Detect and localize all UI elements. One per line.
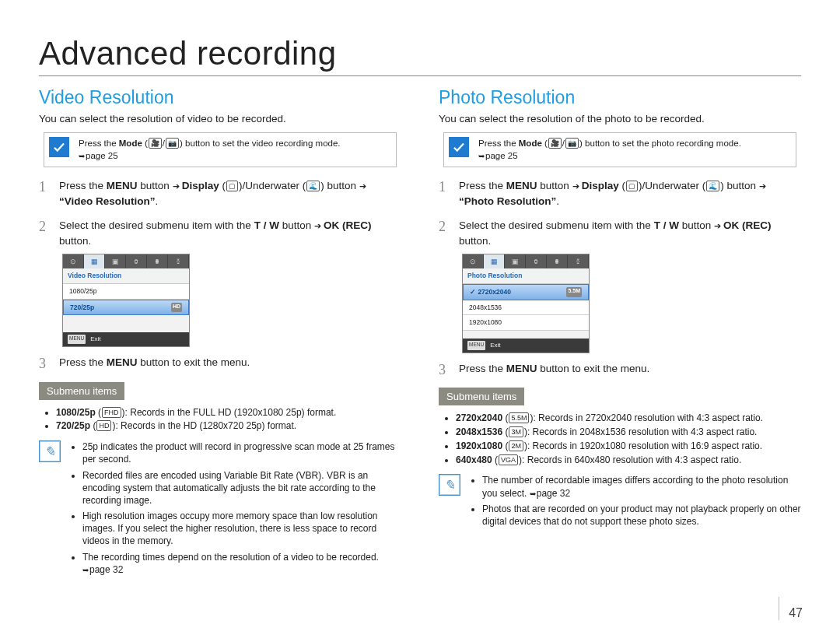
display-icon: ▢ <box>226 181 238 191</box>
page-ref: page 25 <box>478 151 518 160</box>
video-mode-icon: 🎥 <box>548 138 562 149</box>
step-3: Press the MENU button to exit the menu. <box>439 361 801 377</box>
step-2: Select the desired submenu item with the… <box>439 218 801 354</box>
submenu-item: 720/25p (HD): Records in the HD (1280x72… <box>56 419 401 433</box>
photo-submenu-items: 2720x2040 (5.5M): Records in 2720x2040 r… <box>439 412 801 466</box>
check-icon <box>49 137 69 157</box>
photo-heading: Photo Resolution <box>439 87 801 108</box>
note-icon: ✎ <box>39 440 61 462</box>
tip-text-2: button to set the photo recording mode. <box>583 139 741 148</box>
lcd-row: 2048x1536 <box>463 300 589 316</box>
display-icon: ▢ <box>626 181 638 191</box>
video-steps: Press the MENU button Display (▢)/Underw… <box>39 178 401 371</box>
lcd-row-selected: ✓ 2720x20405.5M <box>463 284 589 300</box>
underwater-icon: 🌊 <box>706 181 719 191</box>
res-icon: 3M <box>509 426 523 437</box>
tip-text: Press the <box>478 139 519 148</box>
lcd-tabs: ⊙▦▣⧮⧯⧰ <box>63 254 189 268</box>
video-mode-tip: Press the Mode (🎥/📷) button to set the v… <box>44 132 397 167</box>
step-1: Press the MENU button Display (▢)/Underw… <box>439 178 801 210</box>
note-item: The recording times depend on the resolu… <box>82 551 401 576</box>
title-rule <box>39 75 801 76</box>
res-icon: FHD <box>102 407 121 418</box>
mode-word: Mode <box>519 139 542 148</box>
lcd-footer: MENUExit <box>463 339 589 353</box>
note-item: Photos that are recorded on your product… <box>482 503 801 528</box>
submenu-item: 640x480 (VGA): Records in 640x480 resolu… <box>456 454 801 467</box>
tip-text: Press the <box>79 139 119 148</box>
page-title: Advanced recording <box>39 35 801 72</box>
video-resolution-column: Video Resolution You can select the reso… <box>39 87 401 579</box>
page-ref: page 25 <box>79 151 118 160</box>
note-item: The number of recordable images differs … <box>482 474 801 499</box>
photo-intro: You can select the resolution of the pho… <box>439 113 801 125</box>
lcd-body: 1080/25p 720/25pHD <box>63 284 189 333</box>
submenu-label: Submenu items <box>39 382 124 400</box>
photo-steps: Press the MENU button Display (▢)/Underw… <box>439 178 801 377</box>
page-number: 47 <box>779 597 803 620</box>
photo-resolution-column: Photo Resolution You can select the reso… <box>439 87 801 579</box>
note-item: High resolution images occupy more memor… <box>82 510 401 548</box>
mode-word: Mode <box>119 139 142 148</box>
tip-text-2: button to set the video recording mode. <box>183 139 341 148</box>
note-list: The number of recordable images differs … <box>468 474 801 531</box>
lcd-body: ✓ 2720x20405.5M 2048x1536 1920x1080 <box>463 284 589 339</box>
underwater-icon: 🌊 <box>306 181 320 191</box>
lcd-tabs: ⊙▦▣⧮⧯⧰ <box>463 254 589 268</box>
lcd-footer: MENUExit <box>63 332 189 346</box>
lcd-header: Photo Resolution <box>463 268 589 284</box>
submenu-item: 1080/25p (FHD): Records in the FULL HD (… <box>56 406 401 419</box>
note-icon: ✎ <box>439 474 460 496</box>
photo-mode-icon: 📷 <box>565 138 579 149</box>
video-submenu-items: 1080/25p (FHD): Records in the FULL HD (… <box>39 406 401 433</box>
photo-mode-icon: 📷 <box>166 138 179 149</box>
note-item: 25p indicates the product will record in… <box>82 440 401 465</box>
submenu-label: Submenu items <box>439 388 524 405</box>
lcd-mockup-photo: ⊙▦▣⧮⧯⧰ Photo Resolution ✓ 2720x20405.5M … <box>462 254 590 353</box>
note-item: Recorded files are encoded using Variabl… <box>82 469 401 507</box>
lcd-row-selected: 720/25pHD <box>63 300 189 316</box>
res-icon: HD <box>96 420 111 431</box>
lcd-mockup-video: ⊙▦▣⧮⧯⧰ Video Resolution 1080/25p 720/25p… <box>62 254 190 347</box>
step-1: Press the MENU button Display (▢)/Underw… <box>39 178 401 210</box>
note-list: 25p indicates the product will record in… <box>68 440 401 579</box>
lcd-header: Video Resolution <box>63 268 189 284</box>
submenu-item: 2720x2040 (5.5M): Records in 2720x2040 r… <box>456 412 801 425</box>
check-icon <box>449 137 469 157</box>
photo-mode-tip: Press the Mode (🎥/📷) button to set the p… <box>443 132 796 167</box>
photo-notes: ✎ The number of recordable images differ… <box>439 474 801 531</box>
submenu-item: 2048x1536 (3M): Records in 2048x1536 res… <box>456 426 801 439</box>
step-3: Press the MENU button to exit the menu. <box>39 355 401 370</box>
video-heading: Video Resolution <box>39 87 401 108</box>
lcd-row: 1920x1080 <box>463 315 589 331</box>
video-mode-icon: 🎥 <box>149 138 162 149</box>
res-icon: VGA <box>499 454 518 465</box>
video-intro: You can select the resolution of video t… <box>39 113 401 125</box>
step-2: Select the desired submenu item with the… <box>39 218 401 348</box>
submenu-item: 1920x1080 (2M): Records in 1920x1080 res… <box>456 440 801 453</box>
res-icon: 5.5M <box>509 412 529 423</box>
lcd-row: 1080/25p <box>63 284 189 300</box>
res-icon: 2M <box>509 440 523 451</box>
video-notes: ✎ 25p indicates the product will record … <box>39 440 401 579</box>
